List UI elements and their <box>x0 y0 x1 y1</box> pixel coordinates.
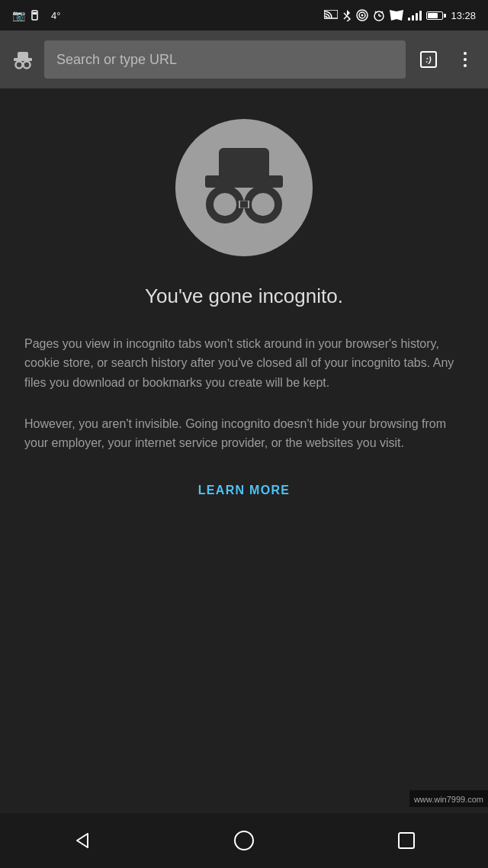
alarm-icon <box>373 9 385 21</box>
incognito-small-icon <box>9 46 37 73</box>
svg-point-15 <box>24 62 30 69</box>
temperature-display: 4° <box>51 10 60 21</box>
battery-icon <box>426 11 446 20</box>
incognito-paragraph-2: However, you aren't invisible. Going inc… <box>24 414 464 453</box>
bottom-navigation <box>0 813 488 868</box>
learn-more-button[interactable]: LEARN MORE <box>198 484 290 497</box>
recents-icon <box>397 831 416 850</box>
svg-rect-13 <box>18 52 28 59</box>
main-content: You've gone incognito. Pages you view in… <box>0 88 488 516</box>
svg-point-19 <box>210 189 240 220</box>
svg-marker-11 <box>390 10 403 21</box>
svg-point-20 <box>248 189 278 220</box>
back-icon <box>71 830 92 851</box>
svg-point-24 <box>235 831 253 850</box>
status-bar-left: 📷 4° <box>12 9 60 21</box>
incognito-full-icon <box>194 138 294 237</box>
incognito-paragraph-1: Pages you view in incognito tabs won't s… <box>24 334 464 393</box>
bluetooth-icon <box>342 9 352 21</box>
status-bar-right: 13:28 <box>324 9 476 21</box>
tab-count-box: :) <box>420 51 437 68</box>
target-icon <box>356 9 368 21</box>
watermark-text: www.win7999.com <box>414 795 483 804</box>
svg-marker-23 <box>77 834 88 847</box>
svg-point-14 <box>16 62 23 69</box>
svg-rect-1 <box>33 12 37 14</box>
search-placeholder: Search or type URL <box>56 52 177 68</box>
watermark: www.win7999.com <box>409 790 488 807</box>
address-bar[interactable]: Search or type URL :) <box>0 31 488 88</box>
three-dots-icon <box>464 52 467 67</box>
menu-button[interactable] <box>451 46 479 73</box>
tab-count: :) <box>425 55 431 64</box>
svg-rect-25 <box>399 833 414 848</box>
wifi-icon <box>390 10 403 21</box>
svg-rect-17 <box>219 148 269 180</box>
recents-button[interactable] <box>384 818 429 863</box>
time-display: 13:28 <box>451 10 476 21</box>
svg-rect-0 <box>32 11 37 20</box>
sim-icon <box>31 10 45 21</box>
signal-icon <box>408 10 422 21</box>
home-icon <box>233 830 255 851</box>
tab-switcher-button[interactable]: :) <box>413 44 444 75</box>
cast-icon <box>324 10 338 21</box>
svg-point-5 <box>361 14 364 17</box>
status-bar: 📷 4° <box>0 0 488 31</box>
incognito-illustration <box>175 119 313 256</box>
camera-icon: 📷 <box>12 9 25 21</box>
incognito-heading: You've gone incognito. <box>145 284 343 310</box>
svg-rect-18 <box>205 175 283 188</box>
search-input[interactable]: Search or type URL <box>44 40 406 79</box>
back-button[interactable] <box>59 818 104 863</box>
home-button[interactable] <box>221 818 267 863</box>
